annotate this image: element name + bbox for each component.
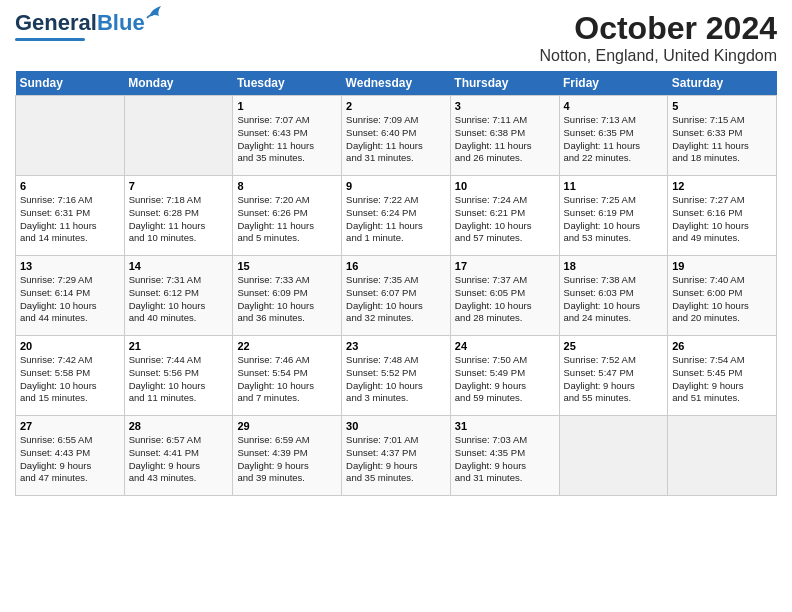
calendar-cell: 12Sunrise: 7:27 AM Sunset: 6:16 PM Dayli… bbox=[668, 176, 777, 256]
day-info: Sunrise: 7:54 AM Sunset: 5:45 PM Dayligh… bbox=[672, 354, 772, 405]
calendar-cell: 31Sunrise: 7:03 AM Sunset: 4:35 PM Dayli… bbox=[450, 416, 559, 496]
calendar-cell bbox=[124, 96, 233, 176]
day-info: Sunrise: 6:57 AM Sunset: 4:41 PM Dayligh… bbox=[129, 434, 229, 485]
day-number: 13 bbox=[20, 260, 120, 272]
header-thursday: Thursday bbox=[450, 71, 559, 96]
calendar-week-1: 1Sunrise: 7:07 AM Sunset: 6:43 PM Daylig… bbox=[16, 96, 777, 176]
day-info: Sunrise: 7:42 AM Sunset: 5:58 PM Dayligh… bbox=[20, 354, 120, 405]
calendar-cell: 18Sunrise: 7:38 AM Sunset: 6:03 PM Dayli… bbox=[559, 256, 668, 336]
calendar-cell: 5Sunrise: 7:15 AM Sunset: 6:33 PM Daylig… bbox=[668, 96, 777, 176]
day-number: 4 bbox=[564, 100, 664, 112]
calendar-cell: 17Sunrise: 7:37 AM Sunset: 6:05 PM Dayli… bbox=[450, 256, 559, 336]
day-number: 2 bbox=[346, 100, 446, 112]
calendar-cell: 9Sunrise: 7:22 AM Sunset: 6:24 PM Daylig… bbox=[342, 176, 451, 256]
day-info: Sunrise: 7:31 AM Sunset: 6:12 PM Dayligh… bbox=[129, 274, 229, 325]
day-number: 26 bbox=[672, 340, 772, 352]
day-info: Sunrise: 7:37 AM Sunset: 6:05 PM Dayligh… bbox=[455, 274, 555, 325]
calendar-cell: 15Sunrise: 7:33 AM Sunset: 6:09 PM Dayli… bbox=[233, 256, 342, 336]
day-info: Sunrise: 7:27 AM Sunset: 6:16 PM Dayligh… bbox=[672, 194, 772, 245]
day-number: 8 bbox=[237, 180, 337, 192]
calendar-cell: 27Sunrise: 6:55 AM Sunset: 4:43 PM Dayli… bbox=[16, 416, 125, 496]
day-number: 19 bbox=[672, 260, 772, 272]
day-info: Sunrise: 7:52 AM Sunset: 5:47 PM Dayligh… bbox=[564, 354, 664, 405]
calendar-cell: 19Sunrise: 7:40 AM Sunset: 6:00 PM Dayli… bbox=[668, 256, 777, 336]
calendar-cell: 6Sunrise: 7:16 AM Sunset: 6:31 PM Daylig… bbox=[16, 176, 125, 256]
calendar-cell: 11Sunrise: 7:25 AM Sunset: 6:19 PM Dayli… bbox=[559, 176, 668, 256]
day-number: 27 bbox=[20, 420, 120, 432]
day-info: Sunrise: 7:48 AM Sunset: 5:52 PM Dayligh… bbox=[346, 354, 446, 405]
day-info: Sunrise: 7:11 AM Sunset: 6:38 PM Dayligh… bbox=[455, 114, 555, 165]
page-subtitle: Notton, England, United Kingdom bbox=[540, 47, 777, 65]
logo-text: GeneralBlue bbox=[15, 10, 145, 35]
calendar-cell: 8Sunrise: 7:20 AM Sunset: 6:26 PM Daylig… bbox=[233, 176, 342, 256]
day-info: Sunrise: 7:03 AM Sunset: 4:35 PM Dayligh… bbox=[455, 434, 555, 485]
calendar-cell: 23Sunrise: 7:48 AM Sunset: 5:52 PM Dayli… bbox=[342, 336, 451, 416]
calendar-week-2: 6Sunrise: 7:16 AM Sunset: 6:31 PM Daylig… bbox=[16, 176, 777, 256]
calendar-cell: 28Sunrise: 6:57 AM Sunset: 4:41 PM Dayli… bbox=[124, 416, 233, 496]
calendar-header-row: SundayMondayTuesdayWednesdayThursdayFrid… bbox=[16, 71, 777, 96]
day-number: 18 bbox=[564, 260, 664, 272]
calendar-cell: 2Sunrise: 7:09 AM Sunset: 6:40 PM Daylig… bbox=[342, 96, 451, 176]
day-number: 30 bbox=[346, 420, 446, 432]
page-header: GeneralBlue October 2024 Notton, England… bbox=[15, 10, 777, 65]
day-info: Sunrise: 7:25 AM Sunset: 6:19 PM Dayligh… bbox=[564, 194, 664, 245]
day-number: 1 bbox=[237, 100, 337, 112]
calendar-table: SundayMondayTuesdayWednesdayThursdayFrid… bbox=[15, 71, 777, 496]
header-monday: Monday bbox=[124, 71, 233, 96]
day-number: 10 bbox=[455, 180, 555, 192]
header-sunday: Sunday bbox=[16, 71, 125, 96]
calendar-cell: 30Sunrise: 7:01 AM Sunset: 4:37 PM Dayli… bbox=[342, 416, 451, 496]
page-title: October 2024 bbox=[540, 10, 777, 47]
day-number: 20 bbox=[20, 340, 120, 352]
day-number: 25 bbox=[564, 340, 664, 352]
day-number: 22 bbox=[237, 340, 337, 352]
day-number: 21 bbox=[129, 340, 229, 352]
calendar-cell: 3Sunrise: 7:11 AM Sunset: 6:38 PM Daylig… bbox=[450, 96, 559, 176]
day-info: Sunrise: 7:46 AM Sunset: 5:54 PM Dayligh… bbox=[237, 354, 337, 405]
day-number: 11 bbox=[564, 180, 664, 192]
day-info: Sunrise: 7:38 AM Sunset: 6:03 PM Dayligh… bbox=[564, 274, 664, 325]
logo: GeneralBlue bbox=[15, 10, 145, 41]
day-number: 15 bbox=[237, 260, 337, 272]
day-info: Sunrise: 7:44 AM Sunset: 5:56 PM Dayligh… bbox=[129, 354, 229, 405]
day-number: 3 bbox=[455, 100, 555, 112]
day-number: 31 bbox=[455, 420, 555, 432]
day-number: 24 bbox=[455, 340, 555, 352]
day-number: 17 bbox=[455, 260, 555, 272]
day-number: 9 bbox=[346, 180, 446, 192]
calendar-cell: 7Sunrise: 7:18 AM Sunset: 6:28 PM Daylig… bbox=[124, 176, 233, 256]
calendar-cell: 22Sunrise: 7:46 AM Sunset: 5:54 PM Dayli… bbox=[233, 336, 342, 416]
calendar-week-5: 27Sunrise: 6:55 AM Sunset: 4:43 PM Dayli… bbox=[16, 416, 777, 496]
calendar-week-4: 20Sunrise: 7:42 AM Sunset: 5:58 PM Dayli… bbox=[16, 336, 777, 416]
day-number: 29 bbox=[237, 420, 337, 432]
day-info: Sunrise: 6:59 AM Sunset: 4:39 PM Dayligh… bbox=[237, 434, 337, 485]
day-info: Sunrise: 7:09 AM Sunset: 6:40 PM Dayligh… bbox=[346, 114, 446, 165]
day-info: Sunrise: 7:29 AM Sunset: 6:14 PM Dayligh… bbox=[20, 274, 120, 325]
day-info: Sunrise: 7:16 AM Sunset: 6:31 PM Dayligh… bbox=[20, 194, 120, 245]
day-number: 12 bbox=[672, 180, 772, 192]
calendar-cell: 24Sunrise: 7:50 AM Sunset: 5:49 PM Dayli… bbox=[450, 336, 559, 416]
day-number: 14 bbox=[129, 260, 229, 272]
day-info: Sunrise: 7:35 AM Sunset: 6:07 PM Dayligh… bbox=[346, 274, 446, 325]
day-info: Sunrise: 7:40 AM Sunset: 6:00 PM Dayligh… bbox=[672, 274, 772, 325]
day-info: Sunrise: 7:07 AM Sunset: 6:43 PM Dayligh… bbox=[237, 114, 337, 165]
header-wednesday: Wednesday bbox=[342, 71, 451, 96]
day-info: Sunrise: 6:55 AM Sunset: 4:43 PM Dayligh… bbox=[20, 434, 120, 485]
calendar-cell bbox=[559, 416, 668, 496]
day-number: 6 bbox=[20, 180, 120, 192]
calendar-cell: 1Sunrise: 7:07 AM Sunset: 6:43 PM Daylig… bbox=[233, 96, 342, 176]
calendar-cell bbox=[16, 96, 125, 176]
day-number: 5 bbox=[672, 100, 772, 112]
title-block: October 2024 Notton, England, United Kin… bbox=[540, 10, 777, 65]
header-friday: Friday bbox=[559, 71, 668, 96]
calendar-cell: 20Sunrise: 7:42 AM Sunset: 5:58 PM Dayli… bbox=[16, 336, 125, 416]
header-tuesday: Tuesday bbox=[233, 71, 342, 96]
day-number: 16 bbox=[346, 260, 446, 272]
header-saturday: Saturday bbox=[668, 71, 777, 96]
day-info: Sunrise: 7:22 AM Sunset: 6:24 PM Dayligh… bbox=[346, 194, 446, 245]
day-info: Sunrise: 7:20 AM Sunset: 6:26 PM Dayligh… bbox=[237, 194, 337, 245]
calendar-week-3: 13Sunrise: 7:29 AM Sunset: 6:14 PM Dayli… bbox=[16, 256, 777, 336]
calendar-cell: 10Sunrise: 7:24 AM Sunset: 6:21 PM Dayli… bbox=[450, 176, 559, 256]
calendar-cell: 25Sunrise: 7:52 AM Sunset: 5:47 PM Dayli… bbox=[559, 336, 668, 416]
day-number: 23 bbox=[346, 340, 446, 352]
